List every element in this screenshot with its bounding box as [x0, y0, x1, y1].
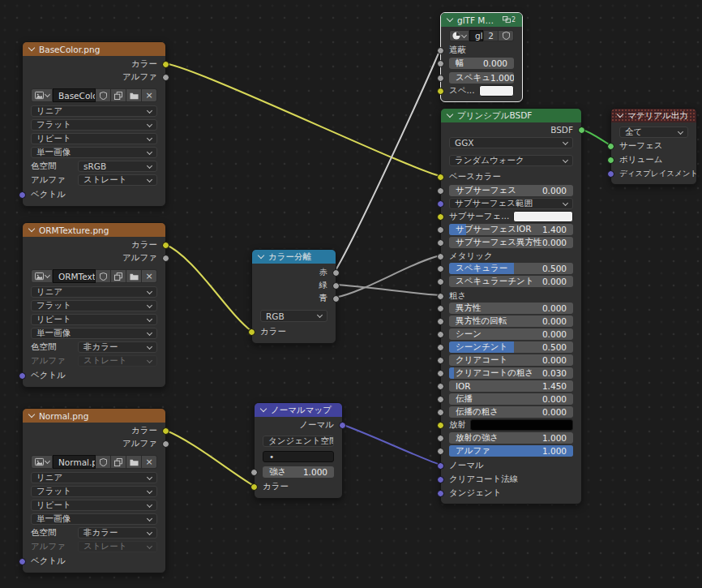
metallic-input-socket[interactable]: [437, 253, 444, 260]
vector-input-socket[interactable]: [19, 558, 26, 565]
specular-input-socket[interactable]: [437, 265, 444, 273]
mode-dropdown[interactable]: RGB: [260, 310, 327, 322]
collapse-chevron-icon[interactable]: [258, 252, 264, 259]
collapse-chevron-icon[interactable]: [28, 225, 35, 232]
subsurface-radius-dropdown[interactable]: サブサーフェス範囲: [449, 198, 573, 209]
specular-color-input-socket[interactable]: [437, 88, 444, 95]
specular-input-socket[interactable]: [437, 75, 444, 82]
color-output-socket[interactable]: [162, 427, 169, 435]
alpha-mode-dropdown[interactable]: ストレート: [78, 355, 157, 367]
material-name-field[interactable]: glT...: [469, 30, 483, 41]
subsurface-anisotropy-slider[interactable]: サブサーフェス異方性0.000: [449, 237, 573, 248]
collapse-chevron-icon[interactable]: [447, 15, 453, 22]
anisotropic-rotation-slider[interactable]: 異方性の回転0.000: [449, 315, 573, 327]
emission-strength-slider[interactable]: 放射の強さ1.000: [449, 432, 573, 444]
sheen-tint-slider[interactable]: シーンチント0.500: [449, 341, 573, 353]
width-slider[interactable]: 幅0.000: [449, 58, 514, 69]
source-dropdown[interactable]: 単一画像: [31, 513, 157, 525]
source-dropdown[interactable]: 単一画像: [31, 147, 157, 158]
surface-input-socket[interactable]: [607, 143, 614, 150]
node-header[interactable]: glTF Material Out... 2: [441, 13, 522, 27]
emission-color-swatch[interactable]: [470, 419, 573, 431]
collapse-chevron-icon[interactable]: [617, 111, 623, 118]
width-input-socket[interactable]: [437, 60, 444, 67]
alpha-mode-dropdown[interactable]: ストレート: [78, 541, 157, 552]
occlusion-input-socket[interactable]: [437, 47, 444, 54]
alpha-output-socket[interactable]: [162, 74, 169, 81]
color-input-socket[interactable]: [250, 483, 258, 491]
specular-tint-slider[interactable]: スペキュラーチント0.000: [449, 276, 573, 287]
displacement-input-socket[interactable]: [607, 170, 614, 178]
vector-input-socket[interactable]: [19, 191, 26, 199]
transmission-input-socket[interactable]: [437, 396, 444, 403]
normal-output-socket[interactable]: [339, 422, 346, 429]
image-name-field[interactable]: BaseColor.png: [53, 88, 96, 102]
fake-user-button[interactable]: [96, 269, 111, 283]
subsurface-color-swatch[interactable]: [513, 211, 573, 222]
projection-dropdown[interactable]: フラット: [31, 486, 157, 497]
specular-slider[interactable]: スペキュラー0.500: [449, 263, 573, 274]
image-name-field[interactable]: Normal.png: [53, 455, 96, 469]
clearcoat-input-socket[interactable]: [437, 357, 444, 364]
anisotropic-rotation-input-socket[interactable]: [437, 318, 444, 325]
subsurface-input-socket[interactable]: [437, 187, 444, 195]
node-header[interactable]: カラー分離: [252, 250, 336, 264]
base-color-input-socket[interactable]: [437, 174, 444, 181]
specular-color-swatch[interactable]: [479, 85, 514, 97]
projection-dropdown[interactable]: フラット: [31, 119, 157, 131]
space-dropdown[interactable]: タンジェント空間: [263, 436, 334, 447]
subsurface-ior-slider[interactable]: サブサーフェスIOR1.400: [449, 224, 573, 235]
normal-input-socket[interactable]: [437, 462, 444, 470]
duplicate-button[interactable]: [111, 269, 126, 283]
color-output-socket[interactable]: [162, 242, 169, 249]
collapse-chevron-icon[interactable]: [28, 45, 35, 51]
open-image-button[interactable]: [126, 269, 142, 283]
strength-input-socket[interactable]: [250, 469, 258, 476]
unlink-button[interactable]: ×: [142, 269, 157, 283]
extension-dropdown[interactable]: リピート: [31, 314, 157, 325]
green-output-socket[interactable]: [332, 282, 340, 290]
clearcoat-slider[interactable]: クリアコート0.000: [449, 354, 573, 366]
color-output-socket[interactable]: [162, 61, 169, 68]
duplicate-button[interactable]: [111, 455, 126, 469]
collapse-chevron-icon[interactable]: [28, 411, 35, 418]
blue-output-socket[interactable]: [332, 295, 340, 303]
subsurface-color-input-socket[interactable]: [437, 213, 444, 221]
alpha-slider[interactable]: アルファ1.000: [449, 445, 573, 457]
collapse-chevron-icon[interactable]: [447, 111, 453, 118]
sheen-input-socket[interactable]: [437, 331, 444, 338]
fake-user-button[interactable]: [499, 30, 514, 41]
colorspace-dropdown[interactable]: sRGB: [78, 161, 157, 172]
collapse-chevron-icon[interactable]: [260, 406, 267, 412]
transmission-roughness-slider[interactable]: 伝播の粗さ0.000: [449, 406, 573, 418]
anisotropic-slider[interactable]: 異方性0.000: [449, 303, 573, 314]
subsurface-ior-input-socket[interactable]: [437, 226, 444, 234]
fake-user-button[interactable]: [96, 455, 111, 469]
strength-slider[interactable]: 強さ1.000: [263, 466, 334, 478]
node-header[interactable]: Normal.png: [23, 409, 165, 423]
image-browse-button[interactable]: [31, 88, 53, 102]
sheen-tint-input-socket[interactable]: [437, 344, 444, 351]
extension-dropdown[interactable]: リピート: [31, 500, 157, 511]
sheen-slider[interactable]: シーン0.000: [449, 328, 573, 340]
red-output-socket[interactable]: [332, 269, 340, 277]
emission-input-socket[interactable]: [437, 422, 444, 429]
image-name-field[interactable]: ORMTexture.png: [53, 269, 96, 283]
source-dropdown[interactable]: 単一画像: [31, 328, 157, 339]
unlink-button[interactable]: ×: [142, 455, 157, 469]
colorspace-dropdown[interactable]: 非カラー: [78, 341, 157, 353]
clearcoat-normal-input-socket[interactable]: [437, 476, 444, 483]
open-image-button[interactable]: [126, 88, 142, 102]
image-browse-button[interactable]: [31, 269, 53, 283]
users-count-badge[interactable]: 2: [483, 30, 499, 41]
projection-dropdown[interactable]: フラット: [31, 300, 157, 311]
node-header[interactable]: ノーマルマップ: [255, 403, 342, 417]
node-header[interactable]: プリンシプルBSDF: [441, 109, 581, 122]
bsdf-output-socket[interactable]: [578, 127, 585, 134]
emission-strength-input-socket[interactable]: [437, 435, 444, 442]
uv-map-field[interactable]: •: [263, 451, 334, 462]
node-editor-canvas[interactable]: { "colors": { "accent_blue": "#4772b3", …: [0, 0, 702, 588]
interpolation-dropdown[interactable]: リニア: [31, 286, 157, 298]
anisotropic-input-socket[interactable]: [437, 305, 444, 312]
volume-input-socket[interactable]: [607, 157, 614, 164]
